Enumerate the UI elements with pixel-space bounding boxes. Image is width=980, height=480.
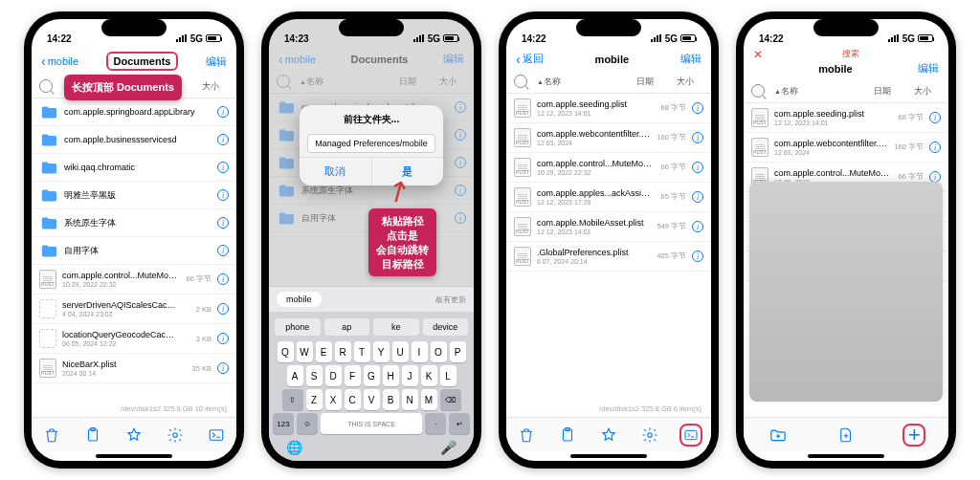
- file-row[interactable]: 自用字体i: [32, 237, 236, 265]
- info-icon[interactable]: i: [929, 142, 941, 153]
- key-G[interactable]: G: [364, 365, 380, 386]
- key-123[interactable]: 123: [273, 413, 294, 434]
- info-icon[interactable]: i: [217, 189, 229, 201]
- key-Y[interactable]: Y: [373, 341, 390, 362]
- paste-pill[interactable]: mobile: [277, 292, 322, 307]
- file-row[interactable]: PLISTcom.apple.webcontentfilter.plist12 …: [744, 133, 948, 163]
- new-file-icon[interactable]: [835, 424, 858, 447]
- info-icon[interactable]: i: [692, 191, 703, 203]
- file-row[interactable]: PLISTcom.apple.control...MuteModule.plis…: [506, 153, 711, 183]
- info-icon[interactable]: i: [217, 333, 229, 344]
- keyboard[interactable]: phoneapkedevice QWERTYUIOP ASDFGHJKL ⇧ZX…: [269, 312, 474, 461]
- file-list[interactable]: PLISTcom.apple.seeding.plist12 12, 2023 …: [506, 94, 711, 401]
- bottom-sheet-overlay[interactable]: [749, 182, 943, 402]
- info-icon[interactable]: i: [692, 102, 703, 114]
- info-icon[interactable]: i: [692, 162, 703, 173]
- col-size[interactable]: 大小: [202, 80, 229, 93]
- col-size[interactable]: 大小: [914, 85, 941, 98]
- info-icon[interactable]: i: [217, 134, 229, 145]
- back-button[interactable]: ‹ 返回: [516, 52, 544, 66]
- file-row[interactable]: 系统原生字体i: [32, 209, 236, 237]
- info-icon[interactable]: i: [217, 217, 229, 229]
- key-F[interactable]: F: [345, 365, 361, 386]
- prediction[interactable]: device: [423, 318, 469, 336]
- sort-icon[interactable]: ▲: [774, 88, 781, 95]
- col-date[interactable]: 日期: [636, 76, 677, 88]
- file-row[interactable]: PLISTcom.apple.MobileAsset.plist12 12, 2…: [506, 212, 711, 242]
- key-K[interactable]: K: [421, 365, 437, 386]
- key-J[interactable]: J: [402, 365, 418, 386]
- key-R[interactable]: R: [335, 341, 351, 362]
- home-indicator[interactable]: [96, 454, 172, 458]
- gear-icon[interactable]: [164, 424, 187, 447]
- prediction-bar[interactable]: phoneapkedevice: [273, 316, 470, 338]
- search-back[interactable]: 搜索: [842, 48, 859, 61]
- key-dot[interactable]: ·: [425, 413, 446, 434]
- key-shift[interactable]: ⇧: [282, 389, 303, 410]
- key-C[interactable]: C: [345, 389, 361, 410]
- file-row[interactable]: com.apple.businessservicesdi: [32, 126, 236, 154]
- back-button[interactable]: ‹ mobile: [41, 55, 78, 68]
- sort-icon[interactable]: ▲: [537, 78, 544, 85]
- trash-icon[interactable]: [40, 424, 63, 447]
- file-list[interactable]: com.apple.springboard.appLibraryicom.app…: [32, 98, 236, 401]
- search-icon[interactable]: [751, 84, 765, 98]
- col-name[interactable]: 名称: [544, 76, 561, 86]
- mic-icon[interactable]: 🎤: [440, 440, 457, 455]
- file-row[interactable]: PLISTNiceBarX.plist2024 00 1435 KBi: [32, 354, 236, 383]
- key-P[interactable]: P: [450, 341, 466, 362]
- info-icon[interactable]: i: [692, 221, 703, 232]
- key-L[interactable]: L: [440, 365, 457, 386]
- key-M[interactable]: M: [421, 389, 437, 410]
- info-icon[interactable]: i: [217, 106, 229, 118]
- key-U[interactable]: U: [392, 341, 409, 362]
- col-date[interactable]: 日期: [874, 85, 914, 98]
- key-W[interactable]: W: [297, 341, 313, 362]
- gear-icon[interactable]: [638, 424, 661, 447]
- key-space[interactable]: THIS IS SPACE: [321, 413, 422, 434]
- home-indicator[interactable]: [808, 454, 884, 458]
- info-icon[interactable]: i: [692, 132, 703, 143]
- file-row[interactable]: serverDrivenAQIScalesCacheFolder4 04, 20…: [32, 295, 236, 324]
- info-icon[interactable]: i: [217, 162, 229, 173]
- dialog-cancel[interactable]: 取消: [300, 158, 372, 185]
- nav-title[interactable]: mobile: [595, 54, 629, 65]
- search-icon[interactable]: [39, 79, 53, 93]
- home-indicator[interactable]: [570, 454, 647, 458]
- file-row[interactable]: PLISTcom.apple.control...MuteModule.plis…: [32, 265, 236, 295]
- key-X[interactable]: X: [325, 389, 342, 410]
- nav-title[interactable]: mobile: [818, 63, 852, 75]
- paste-icon[interactable]: [556, 424, 579, 447]
- key-D[interactable]: D: [325, 365, 342, 386]
- key-Q[interactable]: Q: [278, 341, 294, 362]
- file-row[interactable]: PLISTcom.apple.webcontentfilter.plist12 …: [506, 123, 711, 153]
- key-V[interactable]: V: [364, 389, 380, 410]
- file-row[interactable]: PLISTcom.apple.apples...ackAssistant.pli…: [506, 183, 711, 212]
- file-row[interactable]: com.apple.springboard.appLibraryi: [32, 98, 236, 126]
- key-S[interactable]: S: [306, 365, 323, 386]
- key-O[interactable]: O: [431, 341, 447, 362]
- file-row[interactable]: 明雅兰亭黑版i: [32, 182, 236, 209]
- globe-icon[interactable]: 🌐: [286, 440, 302, 455]
- prediction[interactable]: ap: [324, 318, 370, 336]
- dialog-input[interactable]: Managed Preferences/mobile: [307, 134, 435, 153]
- file-row[interactable]: locationQueryGeocodeCacheFolder06 05, 20…: [32, 324, 236, 354]
- file-row[interactable]: PLISTcom.apple.seeding.plist12 12, 2023 …: [744, 103, 948, 133]
- edit-button[interactable]: 编辑: [918, 61, 939, 76]
- trash-icon[interactable]: [515, 424, 538, 447]
- col-size[interactable]: 大小: [677, 76, 703, 88]
- info-icon[interactable]: i: [217, 362, 229, 374]
- terminal-icon[interactable]: [205, 424, 228, 447]
- new-folder-icon[interactable]: [767, 424, 790, 447]
- key-E[interactable]: E: [316, 341, 332, 362]
- file-row[interactable]: PLISTcom.apple.seeding.plist12 12, 2023 …: [506, 94, 711, 123]
- key-emoji[interactable]: ☺: [297, 413, 318, 434]
- key-B[interactable]: B: [383, 389, 399, 410]
- nav-title[interactable]: Documents: [106, 52, 179, 71]
- info-icon[interactable]: i: [929, 112, 941, 123]
- key-del[interactable]: ⌫: [440, 389, 461, 410]
- info-icon[interactable]: i: [217, 303, 229, 315]
- close-button[interactable]: ✕: [753, 48, 763, 61]
- terminal-icon[interactable]: [679, 424, 702, 447]
- key-H[interactable]: H: [383, 365, 399, 386]
